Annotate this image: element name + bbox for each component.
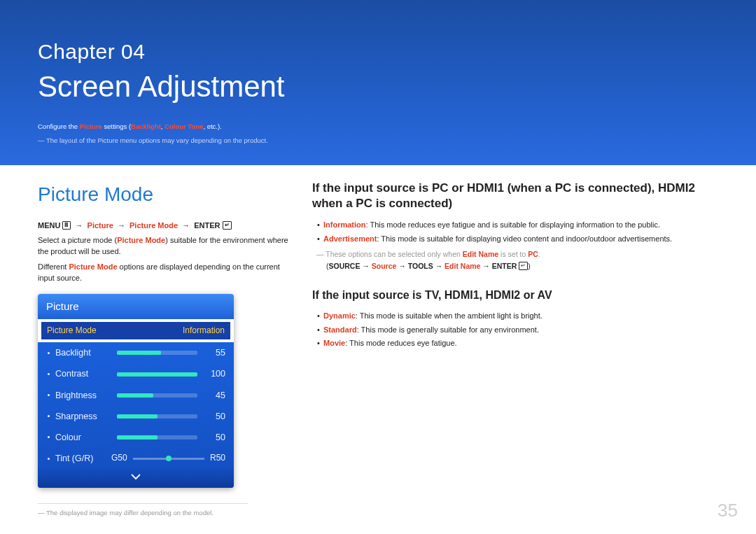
right-heading-2: If the input source is TV, HDMI1, HDMI2 … bbox=[312, 287, 718, 303]
chapter-label: Chapter 04 bbox=[38, 36, 718, 67]
source-path: (SOURCE → Source → TOOLS → Edit Name → E… bbox=[326, 261, 718, 272]
osd-slider[interactable] bbox=[117, 393, 197, 398]
bullet-text: : This mode is suitable when the ambient… bbox=[356, 311, 542, 320]
para2-pm: Picture Mode bbox=[69, 262, 117, 271]
osd-item-contrast[interactable]: Contrast 100 bbox=[38, 363, 234, 384]
osd-slider-fill bbox=[117, 393, 153, 398]
paren-close: ) bbox=[528, 262, 531, 270]
osd-item-tint[interactable]: Tint (G/R) G50 R50 bbox=[38, 448, 234, 469]
note-editname: Edit Name bbox=[463, 250, 498, 258]
osd-tint-left: G50 bbox=[111, 452, 127, 464]
list-item: •Information: This mode reduces eye fati… bbox=[314, 220, 718, 231]
osd-item-value: 45 bbox=[204, 389, 225, 402]
src-enter: ENTER bbox=[492, 262, 517, 270]
osd-item-sharpness[interactable]: Sharpness 50 bbox=[38, 406, 234, 427]
list-item: •Advertisement: This mode is suitable fo… bbox=[314, 234, 718, 245]
osd-tint-right: R50 bbox=[210, 452, 225, 464]
osd-tint-track[interactable] bbox=[133, 458, 204, 460]
osd-tint-knob[interactable] bbox=[166, 456, 172, 461]
bullet-text: : This mode is suitable for displaying v… bbox=[377, 234, 672, 243]
osd-slider-fill bbox=[117, 435, 158, 440]
enter-icon: ↵ bbox=[519, 262, 528, 270]
para-1: Select a picture mode (Picture Mode) sui… bbox=[38, 235, 290, 258]
page-number: 35 bbox=[718, 498, 738, 524]
osd-item-value: 50 bbox=[204, 431, 225, 444]
page-body: Picture Mode MENU Ⅲ → Picture → Picture … bbox=[0, 165, 756, 518]
osd-panel: Picture Picture Mode Information Backlig… bbox=[38, 294, 234, 488]
config-line: Configure the Picture settings (Backligh… bbox=[38, 122, 718, 132]
src-arrow: → bbox=[362, 262, 370, 270]
osd-item-label: Backlight bbox=[55, 346, 110, 359]
osd-mode-label: Picture Mode bbox=[47, 325, 97, 337]
bc-arrow: → bbox=[118, 220, 125, 232]
bullet-name: Dynamic bbox=[323, 311, 356, 320]
config-pre: Configure the bbox=[38, 122, 80, 130]
right-heading-1: If the input source is PC or HDMI1 (when… bbox=[312, 181, 718, 211]
src-source: Source bbox=[372, 262, 397, 270]
bc-enter: ENTER bbox=[194, 221, 220, 230]
bc-picture: Picture bbox=[88, 221, 113, 230]
src-tools: TOOLS bbox=[408, 262, 433, 270]
bullet-text: : This mode reduces eye fatigue. bbox=[345, 339, 456, 347]
osd-item-value: 100 bbox=[204, 367, 225, 380]
osd-item-backlight[interactable]: Backlight 55 bbox=[38, 342, 234, 363]
bullet-name: Movie bbox=[323, 339, 345, 347]
osd-scroll-down[interactable] bbox=[38, 469, 234, 488]
osd-item-value: 50 bbox=[204, 410, 225, 423]
bc-arrow: → bbox=[76, 220, 83, 232]
list-item: •Dynamic: This mode is suitable when the… bbox=[314, 311, 718, 322]
osd-slider-fill bbox=[117, 372, 197, 377]
config-post: , etc.). bbox=[203, 122, 221, 130]
note-pc: PC bbox=[528, 250, 538, 258]
divider bbox=[38, 503, 248, 504]
config-backlight: Backlight bbox=[131, 122, 161, 130]
menu-icon: Ⅲ bbox=[62, 221, 71, 230]
bc-arrow: → bbox=[182, 220, 190, 232]
osd-mode-value: Information bbox=[183, 325, 225, 337]
footnote: ― The displayed image may differ dependi… bbox=[38, 508, 290, 518]
src-editname: Edit Name bbox=[444, 262, 480, 270]
chapter-title: Screen Adjustment bbox=[38, 66, 718, 108]
src-arrow: → bbox=[435, 262, 443, 270]
chapter-header: Chapter 04 Screen Adjustment Configure t… bbox=[0, 0, 756, 165]
src-arrow: → bbox=[398, 262, 406, 270]
osd-item-label: Sharpness bbox=[55, 410, 110, 423]
config-mid: settings ( bbox=[102, 122, 131, 130]
dot-icon bbox=[48, 458, 50, 460]
dot-icon bbox=[48, 373, 50, 375]
dot-icon bbox=[48, 436, 50, 438]
osd-item-colour[interactable]: Colour 50 bbox=[38, 427, 234, 448]
note-mid: is set to bbox=[498, 250, 528, 258]
osd-slider[interactable] bbox=[117, 414, 197, 419]
osd-slider[interactable] bbox=[117, 372, 197, 377]
osd-slider[interactable] bbox=[117, 435, 197, 440]
note-post: menu options may vary depending on the p… bbox=[118, 136, 268, 144]
section-title: Picture Mode bbox=[38, 181, 290, 209]
chapter-note: ― The layout of the Picture menu options… bbox=[38, 136, 718, 146]
osd-mode-row[interactable]: Picture Mode Information bbox=[40, 321, 232, 341]
osd-item-brightness[interactable]: Brightness 45 bbox=[38, 385, 234, 406]
osd-tint-label: Tint (G/R) bbox=[55, 452, 110, 465]
right-column: If the input source is PC or HDMI1 (when… bbox=[312, 181, 718, 518]
options-note: ― These options can be selected only whe… bbox=[316, 249, 718, 260]
enter-icon: ↵ bbox=[223, 221, 232, 230]
note-picture: Picture bbox=[97, 136, 118, 144]
osd-slider-fill bbox=[117, 351, 161, 355]
config-colourtone: Colour Tone bbox=[164, 122, 203, 130]
bullet-name: Standard bbox=[323, 325, 357, 334]
src-arrow: → bbox=[482, 262, 490, 270]
osd-list: Backlight 55 Contrast 100 Brightness 45 bbox=[38, 342, 234, 488]
osd-item-value: 55 bbox=[204, 346, 225, 359]
osd-item-label: Brightness bbox=[55, 389, 110, 402]
chevron-down-icon bbox=[131, 473, 141, 480]
para-2: Different Picture Mode options are displ… bbox=[38, 262, 290, 284]
para1-pre: Select a picture mode ( bbox=[38, 236, 117, 244]
menu-breadcrumb: MENU Ⅲ → Picture → Picture Mode → ENTER … bbox=[38, 220, 290, 232]
osd-item-label: Colour bbox=[55, 431, 110, 444]
bullet-list-1: •Information: This mode reduces eye fati… bbox=[312, 220, 718, 245]
bullet-text: : This mode reduces eye fatigue and is s… bbox=[366, 220, 660, 229]
note-pre: ― The layout of the bbox=[38, 136, 97, 144]
para1-pm: Picture Mode bbox=[117, 236, 165, 244]
src-source-label: SOURCE bbox=[329, 262, 360, 270]
osd-slider[interactable] bbox=[117, 351, 197, 355]
